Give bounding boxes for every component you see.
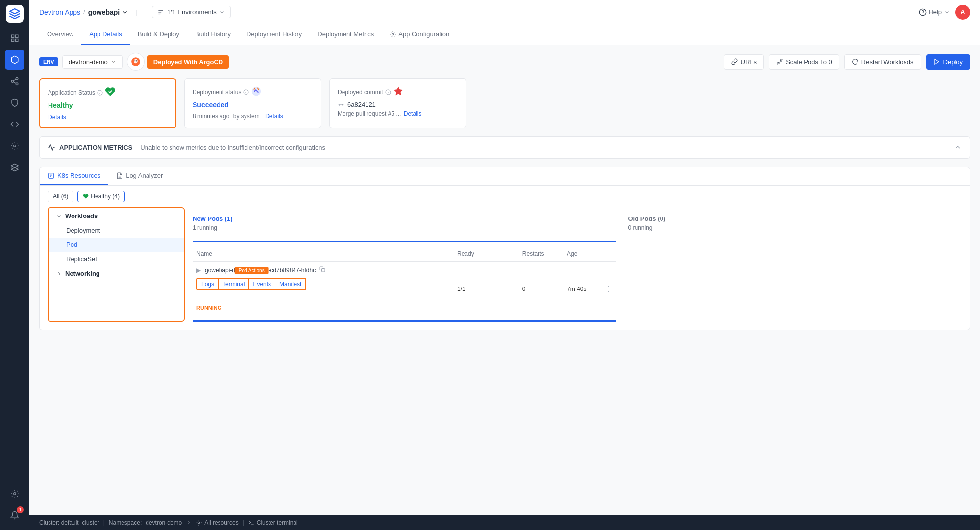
app-status-details-link[interactable]: Details <box>48 114 66 120</box>
env-selector[interactable]: 1/1 Environments <box>152 6 231 18</box>
filter-all[interactable]: All (6) <box>48 191 74 202</box>
pod-table: Name Ready Restarts Age <box>193 246 616 316</box>
breadcrumb-current-app[interactable]: gowebapi <box>88 8 129 16</box>
help-button[interactable]: Help <box>919 8 950 16</box>
svg-point-9 <box>14 145 16 147</box>
svg-rect-2 <box>11 39 14 42</box>
app-status-value: Healthy <box>48 101 168 109</box>
cluster-terminal-link[interactable]: Cluster terminal <box>248 519 298 526</box>
cluster-info: Cluster: default_cluster <box>39 519 99 526</box>
metrics-message: Unable to show metrics due to insufficie… <box>140 144 325 151</box>
k8s-content: Workloads Deployment Pod ReplicaSet Netw… <box>40 207 970 330</box>
pod-status: RUNNING <box>196 305 221 311</box>
workloads-tree: Workloads Deployment Pod ReplicaSet Netw… <box>48 207 185 322</box>
more-options-button[interactable]: ⋮ <box>604 284 612 293</box>
col-name: Name <box>193 246 398 262</box>
deployment-status-details-link[interactable]: Details <box>265 113 283 120</box>
svg-marker-35 <box>394 87 403 95</box>
svg-point-21 <box>136 60 137 61</box>
healthy-filter-icon <box>83 193 89 199</box>
sidebar-item-settings[interactable] <box>5 136 24 156</box>
sidebar-item-security[interactable] <box>5 93 24 113</box>
resource-tabs: K8s Resources Log Analyzer <box>40 167 970 186</box>
resource-area: K8s Resources Log Analyzer All (6) Healt… <box>39 167 970 330</box>
pod-action-terminal[interactable]: Terminal <box>219 279 249 289</box>
tab-deployment-history[interactable]: Deployment History <box>239 24 310 45</box>
commit-icon <box>393 86 404 98</box>
tab-k8s-resources[interactable]: K8s Resources <box>40 167 108 185</box>
svg-rect-44 <box>322 269 325 272</box>
env-label: ENV <box>39 57 58 66</box>
col-ready: Ready <box>398 246 518 262</box>
tab-overview[interactable]: Overview <box>39 24 81 45</box>
breadcrumb-app-link[interactable]: Devtron Apps <box>39 8 80 16</box>
tree-item-networking[interactable]: Networking <box>49 266 184 281</box>
app-status-label: Application Status <box>48 86 168 98</box>
restart-workloads-button[interactable]: Restart Workloads <box>844 54 921 70</box>
pod-age-cell: 7m 40s ⋮ <box>563 262 615 316</box>
deployed-commit-card: Deployed commit 6a824121 Merge pu <box>329 78 466 128</box>
tab-app-configuration[interactable]: App Configuration <box>382 24 457 45</box>
deployed-commit-label: Deployed commit <box>338 86 458 98</box>
metrics-collapse-icon[interactable] <box>954 144 962 151</box>
commit-details-link[interactable]: Details <box>404 110 422 117</box>
pod-action-logs[interactable]: Logs <box>197 279 219 289</box>
tree-item-replicaset[interactable]: ReplicaSet <box>49 252 184 266</box>
tab-build-history[interactable]: Build History <box>187 24 239 45</box>
table-row: ▶ gowebapi-devtron-demo-cd7b89847-hfdhc <box>193 262 616 316</box>
action-buttons: URLs Scale Pods To 0 Restart Workloads D… <box>724 54 970 70</box>
pod-action-manifest[interactable]: Manifest <box>275 279 305 289</box>
pod-actions-label: Pod Actions <box>235 267 269 274</box>
svg-marker-10 <box>11 164 19 168</box>
tree-item-deployment[interactable]: Deployment <box>49 223 184 238</box>
tab-deployment-metrics[interactable]: Deployment Metrics <box>310 24 382 45</box>
tab-build-deploy[interactable]: Build & Deploy <box>130 24 187 45</box>
sidebar-item-apps[interactable] <box>5 50 24 70</box>
argo-icon <box>127 53 145 71</box>
sidebar-item-workflows[interactable] <box>5 72 24 91</box>
sidebar-item-dashboard[interactable] <box>5 28 24 48</box>
sidebar-item-settings-bottom[interactable] <box>5 484 24 504</box>
metrics-title: APPLICATION METRICS <box>59 144 132 151</box>
old-pods-running: 0 running <box>628 224 962 231</box>
commit-hash: 6a824121 <box>338 101 458 108</box>
old-pods-column: Old Pods (0) 0 running <box>616 215 962 322</box>
scale-pods-button[interactable]: Scale Pods To 0 <box>769 54 839 70</box>
tab-app-details[interactable]: App Details <box>81 24 129 45</box>
user-avatar[interactable]: A <box>956 5 970 20</box>
filter-healthy[interactable]: Healthy (4) <box>77 191 125 202</box>
new-pods-title: New Pods (1) <box>193 215 616 222</box>
filter-bar: All (6) Healthy (4) <box>40 186 970 207</box>
env-dropdown[interactable]: devtron-demo <box>62 55 123 69</box>
workloads-section-header[interactable]: Workloads <box>49 208 184 223</box>
sidebar-bottom: 1 <box>5 484 24 525</box>
deployment-status-label: Deployment status <box>193 86 313 98</box>
sidebar-item-code[interactable] <box>5 115 24 134</box>
svg-rect-0 <box>11 35 14 37</box>
urls-button[interactable]: URLs <box>724 54 764 70</box>
metrics-header[interactable]: APPLICATION METRICS Unable to show metri… <box>48 144 962 151</box>
svg-line-8 <box>13 79 16 81</box>
bottom-divider-2: | <box>243 519 244 526</box>
all-resources-link[interactable]: All resources <box>196 519 238 526</box>
svg-line-23 <box>777 62 779 64</box>
svg-line-22 <box>780 59 782 61</box>
pod-restarts-cell: 0 <box>518 262 563 316</box>
tree-item-pod[interactable]: Pod <box>49 238 184 252</box>
deploy-button[interactable]: Deploy <box>926 54 970 70</box>
tab-log-analyzer[interactable]: Log Analyzer <box>108 167 171 185</box>
app-logo[interactable] <box>6 5 24 23</box>
top-navigation: Devtron Apps / gowebapi | 1/1 Environmen… <box>29 0 980 24</box>
svg-point-11 <box>14 493 16 495</box>
pod-action-events[interactable]: Events <box>249 279 275 289</box>
sidebar-item-notifications[interactable]: 1 <box>5 506 24 525</box>
pods-columns: New Pods (1) 1 running Name Ready Restar… <box>193 215 962 322</box>
breadcrumb-separator: / <box>83 8 85 16</box>
namespace-value: devtron-demo <box>146 519 182 526</box>
sidebar-item-stack[interactable] <box>5 158 24 177</box>
copy-icon[interactable] <box>319 266 325 274</box>
expand-icon[interactable]: ▶ <box>196 267 201 274</box>
metrics-title-area: APPLICATION METRICS Unable to show metri… <box>48 144 325 151</box>
commit-message: Merge pull request #5 ... Details <box>338 110 458 117</box>
content-area: ENV devtron-demo <box>29 45 980 515</box>
